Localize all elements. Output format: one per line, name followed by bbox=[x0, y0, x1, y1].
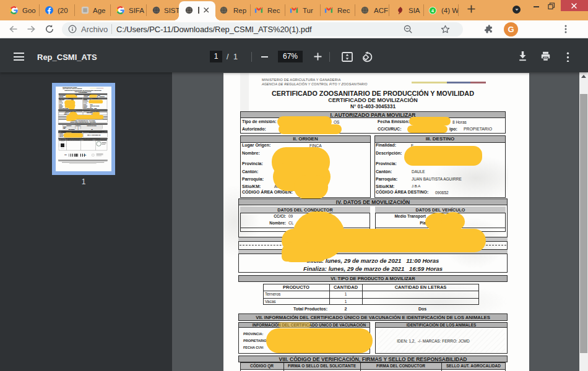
svg-text:4: 4 bbox=[431, 9, 434, 13]
